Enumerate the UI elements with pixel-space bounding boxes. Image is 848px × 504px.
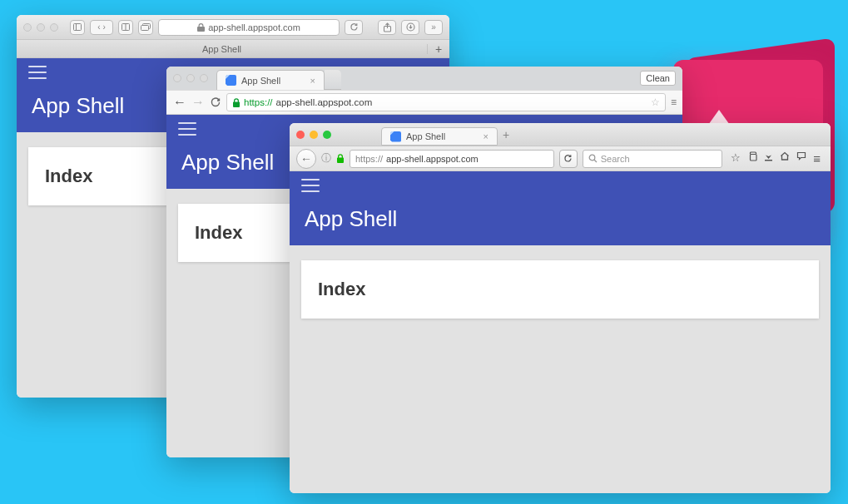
favicon-icon (390, 131, 401, 142)
chat-icon[interactable] (796, 151, 806, 166)
chevron-right-icon: › (102, 22, 105, 32)
new-tab-button[interactable]: + (503, 128, 509, 141)
svg-line-9 (594, 160, 597, 162)
new-tab-button[interactable]: + (428, 42, 449, 56)
chrome-toolbar: ← → https://app-shell.appspot.com ☆ ≡ (166, 90, 682, 115)
svg-rect-11 (765, 160, 772, 161)
chrome-url: app-shell.appspot.com (276, 97, 373, 107)
library-icon[interactable] (747, 151, 757, 166)
favicon-icon (226, 75, 236, 86)
firefox-tab-strip: App Shell × + (290, 123, 831, 146)
lock-icon (336, 154, 345, 163)
safari-tab-title: App Shell (202, 44, 241, 54)
svg-rect-10 (751, 155, 757, 161)
hamburger-icon[interactable] (301, 179, 320, 192)
firefox-window: App Shell × + ← ⓘ https://app-shell.apps… (290, 123, 831, 493)
page-heading: Index (318, 279, 802, 300)
safari-tab[interactable]: App Shell (17, 44, 428, 54)
identity-icon[interactable]: ⓘ (321, 151, 331, 166)
reload-button[interactable] (559, 150, 578, 168)
minimize-dot[interactable] (186, 74, 195, 82)
overflow-button[interactable]: » (424, 20, 443, 35)
firefox-toolbar: ← ⓘ https://app-shell.appspot.com Search… (290, 146, 831, 171)
download-icon[interactable] (764, 151, 773, 166)
svg-point-8 (589, 155, 595, 161)
close-tab-icon[interactable]: × (310, 76, 315, 86)
url-scheme: https:// (244, 97, 273, 107)
chrome-tab-title: App Shell (241, 76, 280, 86)
search-placeholder: Search (601, 154, 630, 164)
bookmark-star-icon[interactable]: ☆ (651, 96, 660, 108)
svg-rect-0 (74, 24, 82, 31)
close-dot[interactable] (23, 23, 32, 32)
app-title: App Shell (290, 200, 831, 234)
window-controls[interactable] (296, 131, 331, 139)
close-tab-icon[interactable]: × (484, 131, 488, 141)
sidebar-button[interactable] (70, 20, 85, 35)
tab-curl (325, 70, 341, 90)
chrome-address-bar[interactable]: https://app-shell.appspot.com ☆ (226, 93, 666, 111)
content-card: Index (301, 260, 819, 319)
safari-address-bar[interactable]: app-shell.appspot.com (158, 19, 340, 36)
lock-icon (197, 23, 205, 32)
window-controls[interactable] (23, 23, 58, 32)
tabs-button[interactable] (138, 20, 153, 35)
close-dot[interactable] (296, 131, 305, 139)
share-button[interactable] (378, 20, 396, 35)
back-button[interactable]: ← (173, 95, 186, 110)
clean-button[interactable]: Clean (640, 71, 676, 86)
forward-button[interactable]: → (191, 95, 205, 110)
back-button[interactable]: ← (296, 149, 316, 169)
nav-back-forward[interactable]: ‹ › (90, 20, 113, 35)
svg-rect-5 (141, 26, 149, 31)
minimize-dot[interactable] (37, 23, 45, 32)
bookmark-star-icon[interactable]: ☆ (731, 151, 741, 166)
app-bar: App Shell (290, 171, 831, 245)
firefox-address-bar[interactable]: https://app-shell.appspot.com (350, 150, 554, 168)
reload-button[interactable] (210, 96, 221, 108)
zoom-dot[interactable] (200, 74, 208, 82)
url-scheme: https:// (355, 154, 383, 164)
firefox-menu-button[interactable]: ≡ (813, 151, 821, 166)
safari-toolbar: ‹ › app-shell.appspot.com » (17, 15, 449, 40)
hamburger-icon[interactable] (28, 66, 47, 79)
zoom-dot[interactable] (50, 23, 58, 32)
firefox-toolbar-icons: ☆ ≡ (727, 151, 824, 166)
hamburger-icon[interactable] (178, 122, 196, 136)
layout-button[interactable] (118, 20, 133, 35)
firefox-search-box[interactable]: Search (583, 150, 723, 168)
firefox-tab[interactable]: App Shell × (381, 127, 498, 146)
minimize-dot[interactable] (310, 131, 318, 139)
safari-tab-strip: App Shell + (17, 40, 449, 58)
firefox-url: app-shell.appspot.com (386, 154, 479, 164)
close-dot[interactable] (173, 74, 181, 82)
chrome-tab-strip: App Shell × Clean (166, 67, 682, 90)
safari-url: app-shell.appspot.com (208, 22, 300, 32)
chevrons-right-icon: » (431, 22, 436, 32)
reload-button[interactable] (345, 20, 363, 35)
window-controls[interactable] (173, 74, 208, 82)
chrome-menu-button[interactable]: ≡ (671, 96, 676, 108)
firefox-tab-title: App Shell (406, 131, 445, 141)
search-icon (588, 154, 598, 163)
home-icon[interactable] (780, 151, 790, 166)
chrome-tab[interactable]: App Shell × (216, 70, 325, 90)
downloads-button[interactable] (401, 20, 419, 35)
zoom-dot[interactable] (323, 131, 331, 139)
lock-icon (232, 98, 241, 107)
chevron-left-icon: ‹ (97, 22, 100, 32)
